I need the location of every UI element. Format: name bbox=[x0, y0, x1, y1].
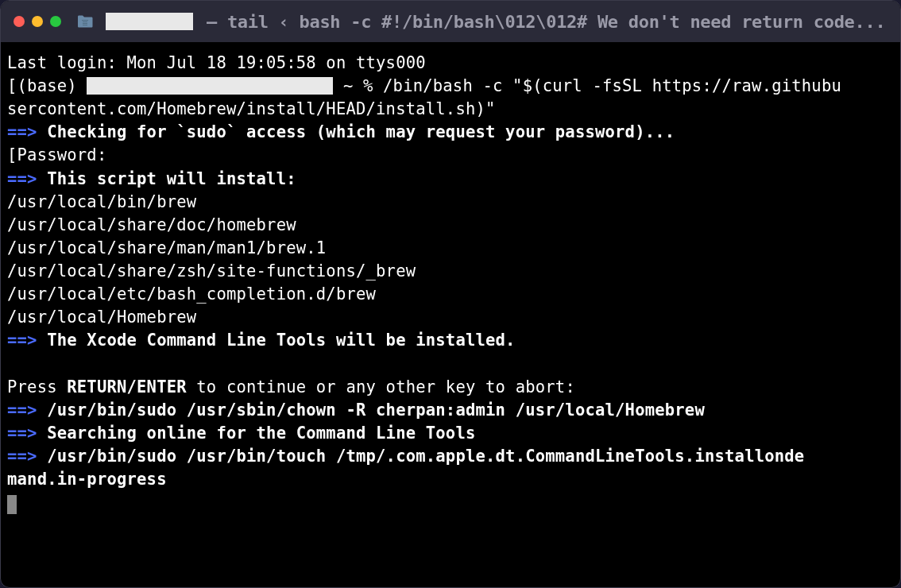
command-continuation: sercontent.com/Homebrew/install/HEAD/ins… bbox=[7, 98, 894, 121]
prompt-suffix: ~ % bbox=[333, 76, 383, 95]
touch-line: ==> /usr/bin/sudo /usr/bin/touch /tmp/.c… bbox=[7, 445, 894, 468]
install-path: /usr/local/share/zsh/site-functions/_bre… bbox=[7, 260, 894, 283]
install-path: /usr/local/share/doc/homebrew bbox=[7, 214, 894, 237]
close-button[interactable] bbox=[14, 16, 25, 27]
arrow-icon: ==> bbox=[7, 447, 37, 466]
touch-text-1: /usr/bin/sudo /usr/bin/touch /tmp/.com.a… bbox=[37, 447, 805, 466]
press-return-line: Press RETURN/ENTER to continue or any ot… bbox=[7, 376, 894, 399]
arrow-icon: ==> bbox=[7, 400, 37, 420]
maximize-button[interactable] bbox=[50, 16, 61, 27]
arrow-icon: ==> bbox=[7, 424, 37, 443]
install-path: /usr/local/Homebrew bbox=[7, 306, 894, 329]
prompt-line: [(base) ~ % /bin/bash -c "$(curl -fsSL h… bbox=[7, 75, 894, 98]
blank-line bbox=[7, 352, 894, 375]
arrow-icon: ==> bbox=[7, 331, 37, 350]
minimize-button[interactable] bbox=[32, 16, 43, 27]
window-title: — tail ‹ bash -c #!/bin/bash\012\012# We… bbox=[207, 12, 885, 32]
install-path: /usr/local/share/man/man1/brew.1 bbox=[7, 237, 894, 260]
install-path: /usr/local/etc/bash_completion.d/brew bbox=[7, 283, 894, 306]
chown-line: ==> /usr/bin/sudo /usr/sbin/chown -R che… bbox=[7, 399, 894, 422]
arrow-icon: ==> bbox=[7, 122, 37, 141]
last-login-line: Last login: Mon Jul 18 19:05:58 on ttys0… bbox=[7, 52, 894, 75]
cursor bbox=[7, 495, 17, 514]
arrow-icon: ==> bbox=[7, 169, 37, 188]
sudo-check-line: ==> Checking for `sudo` access (which ma… bbox=[7, 121, 894, 144]
command-text: /bin/bash -c "$(curl -fsSL https://raw.g… bbox=[383, 76, 841, 95]
terminal-window: — tail ‹ bash -c #!/bin/bash\012\012# We… bbox=[0, 0, 901, 588]
titlebar[interactable]: — tail ‹ bash -c #!/bin/bash\012\012# We… bbox=[1, 1, 900, 42]
press-prefix: Press bbox=[7, 377, 67, 397]
touch-line-2: mand.in-progress bbox=[7, 468, 894, 491]
install-header-text: This script will install: bbox=[37, 169, 296, 188]
redacted-hostname bbox=[87, 77, 333, 95]
chown-text: /usr/bin/sudo /usr/sbin/chown -R cherpan… bbox=[37, 400, 705, 420]
press-keys: RETURN/ENTER bbox=[67, 377, 187, 397]
prompt-prefix: [(base) bbox=[7, 76, 87, 95]
install-header-line: ==> This script will install: bbox=[7, 168, 894, 191]
password-prompt: [Password: bbox=[7, 144, 894, 167]
press-suffix: to continue or any other key to abort: bbox=[187, 377, 575, 397]
redacted-username bbox=[106, 13, 193, 30]
terminal-content[interactable]: Last login: Mon Jul 18 19:05:58 on ttys0… bbox=[1, 42, 900, 524]
xcode-line: ==> The Xcode Command Line Tools will be… bbox=[7, 329, 894, 352]
install-path: /usr/local/bin/brew bbox=[7, 191, 894, 214]
search-text: Searching online for the Command Line To… bbox=[37, 424, 476, 443]
search-line: ==> Searching online for the Command Lin… bbox=[7, 422, 894, 445]
sudo-check-text: Checking for `sudo` access (which may re… bbox=[37, 122, 675, 141]
xcode-text: The Xcode Command Line Tools will be ins… bbox=[37, 331, 516, 350]
folder-icon bbox=[76, 14, 94, 29]
